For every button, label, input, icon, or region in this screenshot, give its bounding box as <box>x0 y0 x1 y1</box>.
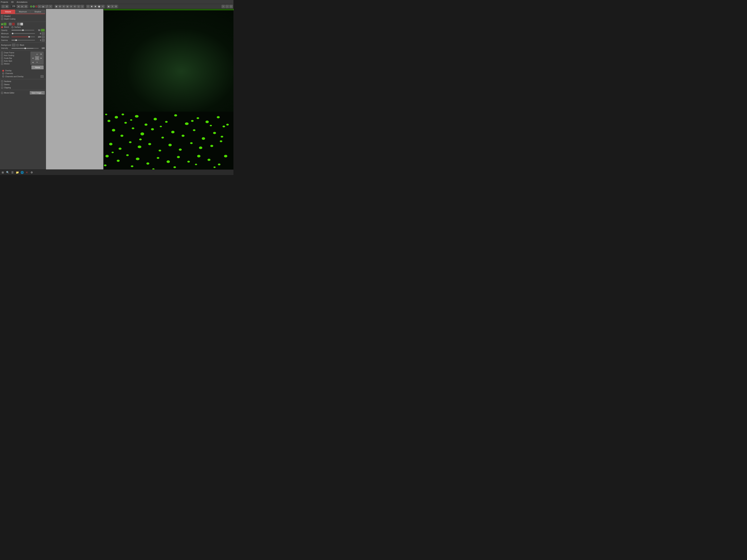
channel-white-btn[interactable] <box>20 23 23 25</box>
gamma-track[interactable] <box>11 40 35 41</box>
axis-scaling-checkbox[interactable] <box>1 54 3 56</box>
toolbar-view-btn2[interactable]: ⊞ <box>58 5 62 8</box>
tab-shadow[interactable]: Shadow <box>31 10 45 14</box>
nav-center[interactable]: ⊕ <box>35 56 39 60</box>
taskbar-task-icon[interactable]: ☰ <box>10 170 15 175</box>
taskbar-files-icon[interactable]: 📁 <box>15 170 19 175</box>
nav-right[interactable]: ▶ <box>39 56 43 60</box>
blend-radio[interactable] <box>1 26 3 28</box>
gamma-color-btn[interactable] <box>42 39 45 42</box>
clipping-checkbox[interactable] <box>1 87 3 89</box>
toolbar-rect-btn[interactable]: ▭ <box>38 5 41 8</box>
channels-overlay-radio[interactable] <box>2 76 4 77</box>
frame-number-input[interactable]: 379 <box>11 5 17 8</box>
toolbar-maximize-btn[interactable]: □ <box>229 5 233 8</box>
toolbar-view-btn4[interactable]: ▤ <box>66 5 69 8</box>
nav-left[interactable]: ◀ <box>31 56 35 60</box>
gamma-thumb[interactable] <box>16 39 17 41</box>
toolbar-arrow-left[interactable]: ◄ <box>17 5 20 8</box>
sections-checkbox[interactable] <box>1 80 3 82</box>
right-viewport[interactable] <box>103 9 233 171</box>
draw-frame-checkbox[interactable] <box>1 52 3 54</box>
toolbar-curve-btn[interactable]: ∿ <box>49 5 52 8</box>
menu-3d[interactable]: 3D <box>11 1 14 3</box>
toolbar-arrow-right[interactable]: ► <box>21 5 24 8</box>
channels-radio[interactable] <box>2 73 4 75</box>
overlay-label: Overlay <box>5 70 11 72</box>
toolbar-more-btn1[interactable]: ⬡ <box>86 5 90 8</box>
save-image-button[interactable]: Save Image... <box>30 91 45 95</box>
toolbar-more-btn2[interactable]: ⬢ <box>90 5 93 8</box>
home-button[interactable]: Home <box>31 65 44 69</box>
toolbar-rect2-btn[interactable]: ▬ <box>42 5 45 8</box>
toolbar-minus-btn[interactable]: − <box>226 5 229 8</box>
toolbar-view-btn5[interactable]: ⊕ <box>70 5 73 8</box>
toolbar-select-btn[interactable]: ⊞ <box>5 5 8 8</box>
toolbar-settings-btn[interactable]: ⚙ <box>114 5 118 8</box>
auto-spin-checkbox[interactable] <box>1 60 3 62</box>
minimum-thumb[interactable] <box>12 33 14 34</box>
maximum-thumb[interactable] <box>28 36 30 37</box>
panel-content: Shaded Depth Coding ✓ <box>0 14 46 171</box>
opacity-thumb[interactable] <box>22 29 24 31</box>
tab-volume[interactable]: Volume <box>1 10 15 14</box>
surface-radio[interactable] <box>11 26 14 28</box>
motion-checkbox[interactable] <box>1 63 3 65</box>
menu-projects[interactable]: Projects <box>1 1 8 3</box>
minimum-track[interactable] <box>11 33 35 34</box>
toolbar-more-btn5[interactable]: ✕ <box>101 5 104 8</box>
toolbar-view-btn3[interactable]: ⊟ <box>62 5 66 8</box>
channel-main-checkbox[interactable]: ✓ <box>1 23 3 25</box>
menu-annotations[interactable]: Annotations <box>17 1 27 3</box>
taskbar-search-icon[interactable]: 🔍 <box>5 170 10 175</box>
toolbar-circle-green[interactable] <box>30 5 32 7</box>
black-checkbox[interactable] <box>17 44 19 46</box>
shaded-checkbox[interactable] <box>1 15 3 17</box>
minimum-color-btn[interactable] <box>42 32 45 35</box>
opacity-color-btn[interactable] <box>41 29 45 31</box>
toolbar-square-btn[interactable]: □ <box>1 5 5 8</box>
nav-down[interactable]: ▼ <box>35 60 39 64</box>
intensity-thumb[interactable] <box>24 48 26 49</box>
nav-up-right[interactable]: ▶ <box>39 52 43 56</box>
toolbar-view-btn7[interactable]: ◫ <box>77 5 80 8</box>
toolbar-group-1: □ ⊞ <box>1 5 9 8</box>
channel-grey-btn[interactable] <box>9 23 11 25</box>
depth-coding-checkbox[interactable] <box>1 18 3 20</box>
maximum-track[interactable] <box>11 36 35 37</box>
tab-maximum[interactable]: Maximum <box>16 10 30 14</box>
taskbar-settings-icon[interactable]: ⚙ <box>30 170 34 175</box>
toolbar-grid-btn[interactable]: ⊟ <box>24 5 28 8</box>
nav-up[interactable]: ▲ <box>35 52 39 56</box>
overlay-radio[interactable] <box>2 70 4 72</box>
nav-down-right[interactable] <box>39 60 43 64</box>
taskbar-start-icon[interactable]: ⊞ <box>1 170 5 175</box>
channel-green-btn[interactable] <box>4 23 6 25</box>
intensity-track[interactable] <box>11 48 39 49</box>
toolbar-line-btn[interactable]: ╱ <box>45 5 49 8</box>
toolbar-view-btn8[interactable]: ◻ <box>81 5 84 8</box>
scale-bar-checkbox[interactable] <box>1 57 3 59</box>
toolbar-more-btn4[interactable]: ⬤ <box>98 5 101 8</box>
nav-down-left[interactable]: ◀ <box>31 60 35 64</box>
background-swatch[interactable] <box>12 44 16 46</box>
maximum-color-btn[interactable] <box>42 35 45 38</box>
taskbar-close-icon[interactable]: ✕ <box>25 170 29 175</box>
toolbar-plus-btn[interactable]: + <box>222 5 225 8</box>
toolbar-info-btn[interactable]: ℹ <box>111 5 114 8</box>
toolbar-more-btn3[interactable]: ⬣ <box>94 5 97 8</box>
toolbar-view-btn6[interactable]: ⊗ <box>73 5 77 8</box>
toolbar-circle-red[interactable] <box>35 5 37 7</box>
toolbar-view-btn1[interactable]: ▣ <box>55 5 58 8</box>
overlay-radio-row: Overlay <box>1 69 45 72</box>
opacity-track[interactable] <box>11 30 34 31</box>
channels-overlay-btn[interactable] <box>41 75 44 78</box>
taskbar-browser-icon[interactable]: 🌐 <box>20 170 24 175</box>
toolbar-monitor-btn[interactable]: ▣ <box>107 5 110 8</box>
movie-editor-checkbox[interactable] <box>1 92 3 94</box>
channel-red-btn[interactable] <box>12 23 15 25</box>
stereo-checkbox[interactable] <box>1 83 3 85</box>
nav-up-left[interactable] <box>31 52 35 56</box>
toolbar-circle-green2[interactable] <box>33 5 35 7</box>
channel-grey2-btn[interactable] <box>17 23 20 25</box>
